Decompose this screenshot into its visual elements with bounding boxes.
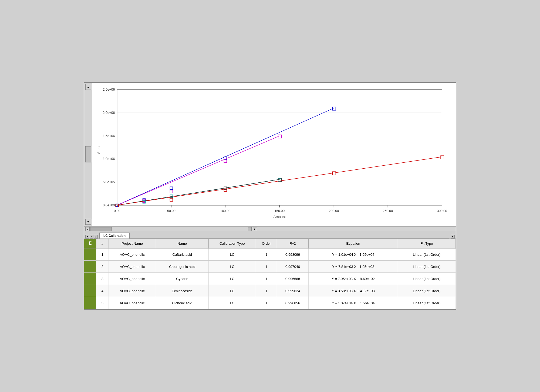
tab-nav: ◄ ► ▲: [85, 235, 98, 238]
cell-e-0: [84, 248, 96, 260]
table-header-row: E # Project Name Name Calibration Type O…: [84, 239, 456, 248]
svg-text:Amount: Amount: [274, 215, 286, 219]
table-body: 1 AOAC_phenolic Caftaric acid LC 1 0.998…: [84, 248, 456, 309]
cell-project-3: AOAC_phenolic: [109, 285, 156, 297]
cell-equation-3: Y = 3.58e+03 X + 4.17e+03: [309, 285, 398, 297]
svg-text:5.0e+05: 5.0e+05: [103, 180, 115, 184]
scroll-left-button[interactable]: ◄: [85, 227, 90, 231]
svg-text:250.00: 250.00: [383, 209, 393, 213]
cell-e-1: [84, 261, 96, 272]
scroll-thumb[interactable]: [85, 146, 91, 162]
cell-caltype-4: LC: [209, 297, 256, 309]
cell-caltype-1: LC: [209, 261, 256, 272]
svg-rect-0: [117, 90, 442, 205]
cell-fittype-3: Linear (1st Order): [398, 285, 456, 297]
bottom-scrollbar: ◄ ►: [84, 226, 456, 231]
cell-name-3: Echinacoside: [156, 285, 209, 297]
table-row[interactable]: 2 AOAC_phenolic Chlorogenic acid LC 1 0.…: [84, 261, 456, 273]
cell-project-0: AOAC_phenolic: [109, 248, 156, 260]
cell-caltype-3: LC: [209, 285, 256, 297]
header-r2: R^2: [277, 239, 309, 248]
svg-text:0.00: 0.00: [114, 209, 120, 213]
cell-fittype-4: Linear (1st Order): [398, 297, 456, 309]
cell-order-2: 1: [256, 273, 277, 285]
svg-text:100.00: 100.00: [220, 209, 231, 213]
cell-fittype-1: Linear (1st Order): [398, 261, 456, 272]
cell-equation-0: Y = 1.01e+04 X - 1.95e+04: [309, 248, 398, 260]
header-fittype: Fit Type: [398, 239, 456, 248]
cell-caltype-0: LC: [209, 248, 256, 260]
svg-text:0.0e+00: 0.0e+00: [103, 203, 115, 207]
table-row[interactable]: 1 AOAC_phenolic Caftaric acid LC 1 0.998…: [84, 248, 456, 261]
tab-bar: ◄ ► ▲ LC Calibration ►: [84, 231, 456, 239]
cell-num-3: 4: [96, 285, 109, 297]
cell-project-4: AOAC_phenolic: [109, 297, 156, 309]
svg-text:150.00: 150.00: [275, 209, 285, 213]
cell-name-0: Caftaric acid: [156, 248, 209, 260]
tab-scroll-right: ►: [451, 235, 455, 238]
cell-equation-4: Y = 1.07e+04 X + 1.56e+04: [309, 297, 398, 309]
cell-fittype-2: Linear (1st Order): [398, 273, 456, 285]
cell-name-2: Cynarin: [156, 273, 209, 285]
header-order: Order: [256, 239, 277, 248]
cell-order-0: 1: [256, 248, 277, 260]
header-e: E: [84, 239, 96, 248]
svg-text:2.5e+06: 2.5e+06: [103, 88, 115, 91]
table-row[interactable]: 5 AOAC_phenolic Cichoric acid LC 1 0.996…: [84, 297, 456, 309]
svg-text:50.00: 50.00: [167, 209, 176, 213]
tab-nav-left[interactable]: ◄: [85, 235, 89, 238]
cell-project-1: AOAC_phenolic: [109, 261, 156, 272]
cell-fittype-0: Linear (1st Order): [398, 248, 456, 260]
cell-equation-1: Y = 7.81e+03 X - 1.95e+03: [309, 261, 398, 272]
cell-e-3: [84, 285, 96, 297]
cell-num-4: 5: [96, 297, 109, 309]
svg-text:1.0e+06: 1.0e+06: [103, 157, 115, 161]
cell-caltype-2: LC: [209, 273, 256, 285]
cell-r2-3: 0.999624: [277, 285, 309, 297]
svg-text:Area: Area: [97, 146, 101, 154]
table-row[interactable]: 3 AOAC_phenolic Cynarin LC 1 0.996668 Y …: [84, 273, 456, 285]
cell-r2-2: 0.996668: [277, 273, 309, 285]
cell-num-2: 3: [96, 273, 109, 285]
tab-scroll-btn-right[interactable]: ►: [451, 235, 455, 238]
h-scroll-controls: ◄ ►: [85, 227, 257, 231]
scroll-right-button[interactable]: ►: [253, 227, 257, 231]
cell-e-4: [84, 297, 96, 309]
chart-section: ▲ ▼ 0.0e+00 5.0e+05 1.0e+06 1.5e+06 2: [84, 83, 456, 226]
svg-text:200.00: 200.00: [329, 209, 339, 213]
chart-area: 0.0e+00 5.0e+05 1.0e+06 1.5e+06 2.0e+06 …: [92, 83, 456, 226]
svg-text:2.0e+06: 2.0e+06: [103, 111, 115, 115]
cell-r2-4: 0.996856: [277, 297, 309, 309]
header-caltype: Calibration Type: [209, 239, 256, 248]
cell-name-4: Cichoric acid: [156, 297, 209, 309]
cell-order-1: 1: [256, 261, 277, 272]
h-scroll-thumb-right[interactable]: [248, 227, 252, 231]
svg-text:300.00: 300.00: [437, 209, 447, 213]
cell-e-2: [84, 273, 96, 285]
cell-order-3: 1: [256, 285, 277, 297]
table-section: E # Project Name Name Calibration Type O…: [84, 239, 456, 309]
h-scroll-thumb[interactable]: [90, 227, 112, 231]
tab-nav-triangle[interactable]: ▲: [94, 235, 98, 238]
header-name: Name: [156, 239, 209, 248]
cell-r2-0: 0.998099: [277, 248, 309, 260]
tab-nav-right[interactable]: ►: [90, 235, 93, 238]
table-row[interactable]: 4 AOAC_phenolic Echinacoside LC 1 0.9996…: [84, 285, 456, 297]
cell-num-1: 2: [96, 261, 109, 272]
header-project: Project Name: [109, 239, 156, 248]
header-equation: Equation: [309, 239, 398, 248]
chart-svg: 0.0e+00 5.0e+05 1.0e+06 1.5e+06 2.0e+06 …: [95, 86, 453, 223]
cell-r2-1: 0.997040: [277, 261, 309, 272]
svg-text:1.5e+06: 1.5e+06: [103, 134, 115, 138]
header-num: #: [96, 239, 109, 248]
scroll-up-button[interactable]: ▲: [85, 84, 91, 90]
left-scrollbar: ▲ ▼: [84, 83, 92, 226]
cell-project-2: AOAC_phenolic: [109, 273, 156, 285]
tab-lc-calibration[interactable]: LC Calibration: [99, 233, 130, 238]
cell-equation-2: Y = 7.95e+03 X + 9.69e+02: [309, 273, 398, 285]
cell-name-1: Chlorogenic acid: [156, 261, 209, 272]
cell-num-0: 1: [96, 248, 109, 260]
scroll-down-button[interactable]: ▼: [85, 219, 91, 225]
cell-order-4: 1: [256, 297, 277, 309]
main-container: ▲ ▼ 0.0e+00 5.0e+05 1.0e+06 1.5e+06 2: [84, 82, 456, 310]
